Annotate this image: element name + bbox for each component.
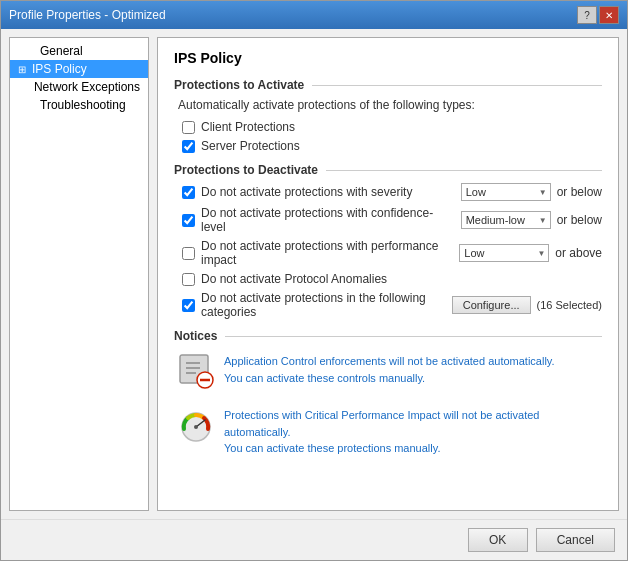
activate-description: Automatically activate protections of th… bbox=[174, 98, 602, 112]
footer: OK Cancel bbox=[1, 519, 627, 560]
critical-perf-line2: You can activate these protections manua… bbox=[224, 440, 598, 457]
ok-button[interactable]: OK bbox=[468, 528, 528, 552]
server-protections-row: Server Protections bbox=[174, 139, 602, 153]
severity-dropdown-wrap: Low Medium High Critical bbox=[461, 183, 551, 201]
confidence-row: Do not activate protections with confide… bbox=[174, 206, 602, 234]
critical-perf-notice: Protections with Critical Performance Im… bbox=[174, 403, 602, 461]
app-control-notice: Application Control enforcements will no… bbox=[174, 349, 602, 393]
server-protections-label: Server Protections bbox=[201, 139, 602, 153]
app-control-notice-text: Application Control enforcements will no… bbox=[224, 353, 555, 386]
expand-placeholder bbox=[26, 46, 36, 57]
expand-icon-ips: ⊞ bbox=[18, 64, 28, 75]
categories-row: Do not activate protections in the follo… bbox=[174, 291, 602, 319]
sidebar-item-general[interactable]: General bbox=[10, 42, 148, 60]
main-window: Profile Properties - Optimized ? ✕ Gener… bbox=[0, 0, 628, 561]
critical-perf-line1: Protections with Critical Performance Im… bbox=[224, 407, 598, 440]
confidence-label: Do not activate protections with confide… bbox=[201, 206, 455, 234]
notices-header: Notices bbox=[174, 329, 602, 343]
severity-checkbox[interactable] bbox=[182, 186, 195, 199]
performance-dropdown[interactable]: Low Medium High bbox=[459, 244, 549, 262]
expand-placeholder-net bbox=[26, 82, 30, 93]
sidebar-item-network-exceptions[interactable]: Network Exceptions bbox=[10, 78, 148, 96]
confidence-dropdown[interactable]: Low Medium-low Medium High bbox=[461, 211, 551, 229]
severity-suffix: or below bbox=[557, 185, 602, 199]
server-protections-checkbox[interactable] bbox=[182, 140, 195, 153]
categories-label: Do not activate protections in the follo… bbox=[201, 291, 446, 319]
app-control-line1: Application Control enforcements will no… bbox=[224, 353, 555, 370]
client-protections-label: Client Protections bbox=[201, 120, 602, 134]
app-control-icon bbox=[178, 353, 214, 389]
sidebar-label-ips-policy: IPS Policy bbox=[32, 62, 87, 76]
close-button[interactable]: ✕ bbox=[599, 6, 619, 24]
sidebar-item-troubleshooting[interactable]: Troubleshooting bbox=[10, 96, 148, 114]
performance-row: Do not activate protections with perform… bbox=[174, 239, 602, 267]
severity-label: Do not activate protections with severit… bbox=[201, 185, 455, 199]
help-button[interactable]: ? bbox=[577, 6, 597, 24]
client-protections-row: Client Protections bbox=[174, 120, 602, 134]
sidebar-label-network-exceptions: Network Exceptions bbox=[34, 80, 140, 94]
app-control-line2: You can activate these controls manually… bbox=[224, 370, 555, 387]
sidebar: General ⊞ IPS Policy Network Exceptions … bbox=[9, 37, 149, 511]
sidebar-label-troubleshooting: Troubleshooting bbox=[40, 98, 126, 112]
activate-section-header: Protections to Activate bbox=[174, 78, 602, 92]
performance-dropdown-wrap: Low Medium High bbox=[459, 244, 549, 262]
performance-checkbox[interactable] bbox=[182, 247, 195, 260]
confidence-checkbox[interactable] bbox=[182, 214, 195, 227]
content-area: IPS Policy Protections to Activate Autom… bbox=[157, 37, 619, 511]
notices-section: Notices App bbox=[174, 329, 602, 461]
window-title: Profile Properties - Optimized bbox=[9, 8, 166, 22]
expand-placeholder-ts bbox=[26, 100, 36, 111]
title-bar-buttons: ? ✕ bbox=[577, 6, 619, 24]
categories-checkbox[interactable] bbox=[182, 299, 195, 312]
severity-row: Do not activate protections with severit… bbox=[174, 183, 602, 201]
confidence-suffix: or below bbox=[557, 213, 602, 227]
critical-perf-notice-text: Protections with Critical Performance Im… bbox=[224, 407, 598, 457]
title-bar: Profile Properties - Optimized ? ✕ bbox=[1, 1, 627, 29]
protocol-anomalies-row: Do not activate Protocol Anomalies bbox=[174, 272, 602, 286]
performance-label: Do not activate protections with perform… bbox=[201, 239, 453, 267]
configure-button[interactable]: Configure... bbox=[452, 296, 531, 314]
critical-perf-icon bbox=[178, 407, 214, 443]
sidebar-label-general: General bbox=[40, 44, 83, 58]
svg-point-8 bbox=[194, 425, 198, 429]
sidebar-item-ips-policy[interactable]: ⊞ IPS Policy bbox=[10, 60, 148, 78]
performance-suffix: or above bbox=[555, 246, 602, 260]
window-body: General ⊞ IPS Policy Network Exceptions … bbox=[1, 29, 627, 519]
protocol-anomalies-label: Do not activate Protocol Anomalies bbox=[201, 272, 602, 286]
client-protections-checkbox[interactable] bbox=[182, 121, 195, 134]
confidence-dropdown-wrap: Low Medium-low Medium High bbox=[461, 211, 551, 229]
cancel-button[interactable]: Cancel bbox=[536, 528, 615, 552]
selected-count: (16 Selected) bbox=[537, 299, 602, 311]
protocol-anomalies-checkbox[interactable] bbox=[182, 273, 195, 286]
severity-dropdown[interactable]: Low Medium High Critical bbox=[461, 183, 551, 201]
deactivate-section-header: Protections to Deactivate bbox=[174, 163, 602, 177]
page-title: IPS Policy bbox=[174, 50, 602, 66]
